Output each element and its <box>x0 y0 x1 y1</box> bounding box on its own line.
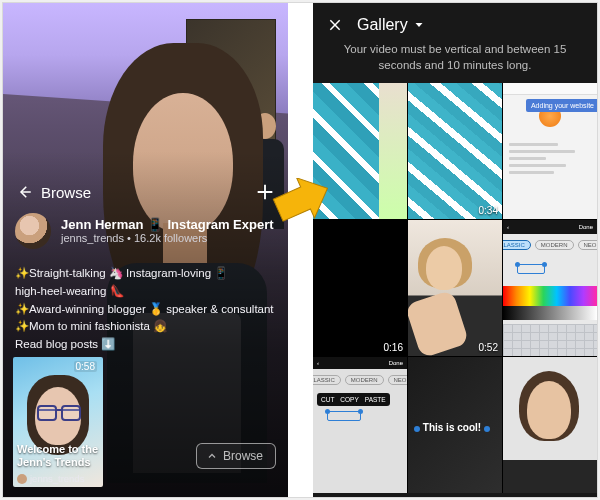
done-label: Done <box>389 360 403 366</box>
video-cell[interactable] <box>503 357 597 493</box>
video-cell[interactable]: This is cool! <box>408 357 502 493</box>
browse-swipe-label: Browse <box>223 449 263 463</box>
video-grid: 0:41 0:34 Adding your website 0:16 0:52 … <box>313 83 597 493</box>
phone-icon: 📱 <box>147 217 163 233</box>
context-menu-item: COPY <box>340 396 358 403</box>
cell-duration: 0:16 <box>384 342 403 353</box>
gallery-hint: Your video must be vertical and between … <box>313 42 597 83</box>
video-cell[interactable]: 0:16 <box>313 220 407 356</box>
bio-line: ✨Mom to mini fashionista 👧 <box>15 318 276 336</box>
cell-duration: 0:52 <box>479 342 498 353</box>
igtv-channel-screen: Browse Jenn Herman 📱 Instagram Expert je… <box>3 3 288 497</box>
arrow-left-icon <box>15 183 33 201</box>
video-cell[interactable]: Adding your website <box>503 83 597 219</box>
cell-duration: 0:34 <box>479 205 498 216</box>
browse-back-button[interactable]: Browse <box>15 183 91 201</box>
bio-line: high-heel-wearing 👠 <box>15 283 276 301</box>
cell-duration: 0:41 <box>384 205 403 216</box>
story-text: This is cool! <box>423 422 481 433</box>
video-cell[interactable]: 0:52 <box>408 220 502 356</box>
video-cell[interactable]: ‹Done CLASSIC MODERN NEON CUT COPY PASTE <box>313 357 407 493</box>
browse-swipe-button[interactable]: Browse <box>196 443 276 469</box>
avatar <box>15 213 51 249</box>
chip: NEON <box>388 375 407 385</box>
chip: MODERN <box>535 240 574 250</box>
video-cell[interactable]: 0:34 <box>408 83 502 219</box>
chip: MODERN <box>345 375 384 385</box>
bio-line: ✨Straight-talking 🦄 Instagram-loving 📱 <box>15 265 276 283</box>
chevron-up-icon <box>206 450 218 462</box>
chip: NEON <box>578 240 597 250</box>
tutorial-tag: Adding your website <box>526 99 597 112</box>
gallery-picker-screen: Gallery Your video must be vertical and … <box>313 3 597 497</box>
context-menu-item: CUT <box>321 396 334 403</box>
gallery-title: Gallery <box>357 16 408 34</box>
done-label: Done <box>579 224 593 230</box>
bio-line: Read blog posts ⬇️ <box>15 336 276 354</box>
chip: CLASSIC <box>503 240 531 250</box>
mini-avatar <box>17 474 27 484</box>
profile-name: Jenn Herman <box>61 217 143 233</box>
channel-bio: ✨Straight-talking 🦄 Instagram-loving 📱 h… <box>15 265 276 354</box>
bio-line: ✨Award-winning blogger 🥇 speaker & consu… <box>15 301 276 319</box>
context-menu-item: PASTE <box>365 396 386 403</box>
profile-title-suffix: Instagram Expert <box>167 217 273 233</box>
browse-label: Browse <box>41 184 91 201</box>
close-button[interactable] <box>327 17 343 33</box>
profile-followers: 16.2k followers <box>134 232 207 244</box>
thumbnail-duration: 0:58 <box>74 361 97 372</box>
upload-video-button[interactable] <box>254 181 276 203</box>
profile-handle: jenns_trends <box>61 232 124 244</box>
video-thumbnail-card[interactable]: 0:58 Welcome to the Jenn's Trends jenns_… <box>13 357 103 487</box>
chevron-down-icon <box>413 19 425 31</box>
gallery-source-dropdown[interactable]: Gallery <box>357 16 425 34</box>
thumbnail-handle: jenns_trends <box>30 473 84 484</box>
keyboard-icon <box>503 324 597 356</box>
video-cell[interactable]: 0:41 <box>313 83 407 219</box>
video-cell[interactable]: ‹Done CLASSIC MODERN NEON <box>503 220 597 356</box>
channel-header[interactable]: Jenn Herman 📱 Instagram Expert jenns_tre… <box>15 213 274 249</box>
thumbnail-title: Welcome to the Jenn's Trends <box>17 443 99 469</box>
chip: CLASSIC <box>313 375 341 385</box>
